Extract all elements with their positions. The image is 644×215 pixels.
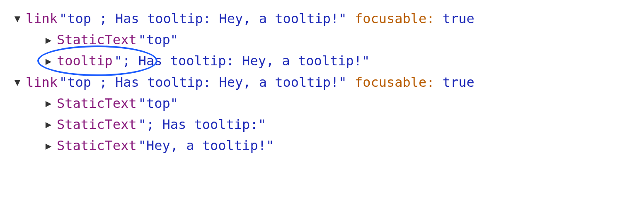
expand-arrow-down-icon[interactable]: ▼	[12, 11, 22, 26]
accessible-name-prefix: ";	[114, 50, 131, 72]
attribute-name: focusable	[355, 72, 426, 93]
role-label: tooltip	[57, 50, 113, 72]
expand-arrow-right-icon[interactable]: ▶	[44, 96, 53, 111]
expand-arrow-right-icon[interactable]: ▶	[44, 117, 53, 132]
attribute-colon: :	[426, 72, 434, 93]
attribute-name: focusable	[355, 8, 426, 29]
accessible-name-rest: Has tooltip: Hey, a tooltip!"	[138, 50, 370, 72]
accessible-name: "top ; Has tooltip: Hey, a tooltip!"	[59, 8, 347, 29]
tree-node-link-2[interactable]: ▼ link "top ; Has tooltip: Hey, a toolti…	[12, 72, 636, 93]
tree-node-statictext[interactable]: ▶ StaticText "top"	[12, 29, 636, 50]
role-label: StaticText	[57, 135, 137, 156]
accessible-name: "top"	[138, 93, 178, 114]
accessible-name: "; Has tooltip:"	[138, 114, 266, 135]
role-label: StaticText	[57, 29, 137, 50]
tree-node-statictext[interactable]: ▶ StaticText "top"	[12, 93, 636, 114]
tree-node-tooltip[interactable]: ▶ tooltip "; Has tooltip: Hey, a tooltip…	[12, 50, 636, 72]
tree-node-statictext[interactable]: ▶ StaticText "; Has tooltip:"	[12, 114, 636, 135]
attribute-value: true	[443, 8, 475, 29]
role-label: StaticText	[57, 114, 137, 135]
accessible-name: "Hey, a tooltip!"	[138, 135, 274, 156]
attribute-value: true	[443, 72, 475, 93]
expand-arrow-down-icon[interactable]: ▼	[12, 74, 22, 90]
tree-node-link-1[interactable]: ▼ link "top ; Has tooltip: Hey, a toolti…	[12, 8, 636, 29]
role-label: StaticText	[57, 93, 137, 114]
accessible-name: "top"	[138, 29, 178, 50]
expand-arrow-right-icon[interactable]: ▶	[44, 53, 53, 69]
accessible-name: "top ; Has tooltip: Hey, a tooltip!"	[59, 72, 347, 93]
tree-node-statictext[interactable]: ▶ StaticText "Hey, a tooltip!"	[12, 135, 636, 156]
attribute-colon: :	[426, 8, 434, 29]
expand-arrow-right-icon[interactable]: ▶	[44, 32, 53, 48]
expand-arrow-right-icon[interactable]: ▶	[44, 138, 53, 154]
role-label: link	[26, 8, 58, 29]
role-label: link	[26, 72, 58, 93]
